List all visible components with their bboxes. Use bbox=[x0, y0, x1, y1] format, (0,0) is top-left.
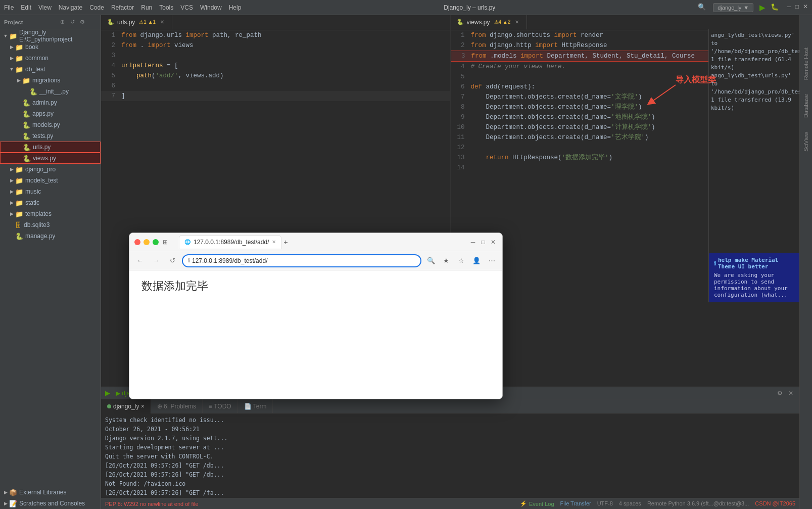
browser-star-icon[interactable]: ★ bbox=[440, 254, 453, 267]
browser-refresh-btn[interactable]: ↺ bbox=[166, 254, 179, 267]
debug-icon[interactable]: 🐛 bbox=[771, 3, 779, 12]
tree-item-tests[interactable]: 🐍 tests.py bbox=[0, 130, 101, 142]
sidebar-collapse-icon[interactable]: — bbox=[88, 18, 97, 26]
views-tab-close[interactable]: ✕ bbox=[513, 19, 520, 26]
browser-win-btns[interactable]: ─ □ ✕ bbox=[469, 238, 497, 246]
tree-item-db_test[interactable]: ▼ 📁 db_test bbox=[0, 64, 101, 75]
tree-item-templates[interactable]: ▶ 📁 templates bbox=[0, 208, 101, 219]
tree-item-manage[interactable]: 🐍 manage.py bbox=[0, 230, 101, 242]
tree-item-migrations[interactable]: ▶ 📁 migrations bbox=[0, 75, 101, 86]
browser-profile-icon[interactable]: 👤 bbox=[470, 254, 483, 267]
menu-run[interactable]: Run bbox=[141, 4, 152, 11]
tree-item-admin[interactable]: 🐍 admin.py bbox=[0, 97, 101, 108]
sidebar-add-icon[interactable]: ⊕ bbox=[58, 18, 66, 26]
close-icon[interactable]: ✕ bbox=[803, 3, 808, 12]
side-panel-tabs[interactable]: Remote Host Database SciView bbox=[799, 15, 812, 509]
menu-vcs[interactable]: VCS bbox=[180, 4, 193, 11]
sidebar-gear-icon[interactable]: ⚙ bbox=[78, 18, 86, 26]
browser-active-tab[interactable]: 🌐 127.0.0.1:8989/db_test/add/ ✕ bbox=[179, 235, 281, 249]
menu-refactor[interactable]: Refactor bbox=[111, 4, 134, 11]
bottom-tab-problems[interactable]: ⊕ 6: Problems bbox=[151, 399, 203, 413]
bottom-tab-run[interactable]: django_ly × bbox=[101, 399, 151, 413]
tree-item-models_test[interactable]: ▶ 📁 models_test bbox=[0, 175, 101, 186]
tab-views[interactable]: 🐍 views.py ⚠4 ▲2 ✕ bbox=[451, 15, 528, 30]
code-line-3: 3 bbox=[101, 51, 450, 61]
sidebar-header-icons[interactable]: ⊕ ↺ ⚙ — bbox=[58, 18, 97, 26]
tree-item-static[interactable]: ▶ 📁 static bbox=[0, 197, 101, 208]
menu-view[interactable]: View bbox=[38, 4, 52, 11]
tree-item-init[interactable]: 🐍 __init__.py bbox=[0, 86, 101, 97]
left-tab-bar[interactable]: 🐍 urls.py ⚠1 ▲1 ✕ bbox=[101, 15, 450, 30]
browser-zoom-icon[interactable]: 🔍 bbox=[424, 254, 438, 267]
urls-tab-close[interactable]: ✕ bbox=[159, 19, 166, 26]
browser-more-icon[interactable]: ⋯ bbox=[485, 254, 498, 267]
browser-back-btn[interactable]: ← bbox=[133, 254, 147, 267]
bottom-tab-bar[interactable]: django_ly × ⊕ 6: Problems ≡ TODO 📄 Term bbox=[101, 399, 799, 413]
urls-file-icon: 🐍 bbox=[23, 144, 31, 151]
bottom-close-icon[interactable]: ✕ bbox=[786, 389, 795, 398]
status-file-transfer[interactable]: File Transfer bbox=[560, 500, 591, 507]
right-tab-bar[interactable]: 🐍 views.py ⚠4 ▲2 ✕ bbox=[451, 15, 800, 30]
tree-item-views[interactable]: 🐍 views.py bbox=[0, 153, 101, 164]
browser-tab-close-btn[interactable]: ✕ bbox=[272, 239, 276, 245]
line-content bbox=[119, 51, 450, 61]
tree-item-common[interactable]: ▶ 📁 common bbox=[0, 53, 101, 64]
menu-file[interactable]: File bbox=[4, 4, 14, 11]
browser-bookmark-icon[interactable]: ☆ bbox=[455, 254, 468, 267]
browser-action-btns[interactable]: 🔍 ★ ☆ 👤 ⋯ bbox=[424, 254, 498, 267]
browser-close-btn[interactable] bbox=[134, 239, 140, 245]
browser-forward-btn[interactable]: → bbox=[150, 254, 163, 267]
search-icon[interactable]: 🔍 bbox=[698, 3, 706, 12]
menu-edit[interactable]: Edit bbox=[21, 4, 31, 11]
tree-item-models[interactable]: 🐍 models.py bbox=[0, 119, 101, 130]
browser-url-text[interactable]: 127.0.0.1:8989/db_test/add/ bbox=[192, 257, 267, 264]
tree-item-ext-libs[interactable]: ▶ 📦 External Libraries bbox=[0, 487, 101, 498]
window-controls[interactable]: 🔍 django_ly ▼ ▶ 🐛 ─ □ ✕ bbox=[698, 3, 808, 12]
bottom-tab-term[interactable]: 📄 Term bbox=[238, 399, 273, 413]
run-config-selector[interactable]: django_ly ▼ bbox=[713, 3, 753, 12]
tree-item-book[interactable]: ▶ 📁 book bbox=[0, 41, 101, 53]
menu-navigate[interactable]: Navigate bbox=[59, 4, 82, 11]
menu-tools[interactable]: Tools bbox=[159, 4, 173, 11]
sidebar-sync-icon[interactable]: ↺ bbox=[68, 18, 76, 26]
bottom-gear-icon[interactable]: ⚙ bbox=[775, 389, 784, 398]
tree-item-apps[interactable]: 🐍 apps.py bbox=[0, 108, 101, 119]
browser-minimize-btn[interactable] bbox=[144, 239, 150, 245]
bottom-tab-todo[interactable]: ≡ TODO bbox=[203, 399, 238, 413]
side-tab-database[interactable]: Database bbox=[802, 92, 810, 120]
menu-window[interactable]: Window bbox=[200, 4, 222, 11]
browser-maximize-btn[interactable] bbox=[153, 239, 159, 245]
browser-window[interactable]: ⊞ 🌐 127.0.0.1:8989/db_test/add/ ✕ + ─ □ … bbox=[129, 233, 503, 399]
remote-log-line: 1 file transferred (13.9 kbit/s) bbox=[711, 96, 797, 112]
browser-win-close[interactable]: ✕ bbox=[489, 238, 497, 246]
browser-new-tab-btn[interactable]: + bbox=[283, 238, 288, 246]
minimize-icon[interactable]: ─ bbox=[787, 3, 791, 12]
line-number: 10 bbox=[451, 122, 469, 132]
maximize-icon[interactable]: □ bbox=[795, 3, 799, 12]
status-event-log[interactable]: ⚡ Event Log bbox=[520, 500, 554, 507]
browser-tab-bar[interactable]: 🌐 127.0.0.1:8989/db_test/add/ ✕ + bbox=[179, 235, 465, 249]
menu-code[interactable]: Code bbox=[89, 4, 104, 11]
browser-win-minimize[interactable]: ─ bbox=[469, 238, 477, 246]
tree-item-sqlite[interactable]: 🗄 db.sqlite3 bbox=[0, 219, 101, 230]
static-arrow: ▶ bbox=[8, 200, 15, 205]
browser-win-restore[interactable]: □ bbox=[479, 238, 487, 246]
browser-nav-bar[interactable]: ← → ↺ ℹ 127.0.0.1:8989/db_test/add/ 🔍 ★ … bbox=[129, 251, 502, 270]
browser-window-controls[interactable] bbox=[134, 239, 159, 245]
tree-root[interactable]: ▼ 📁 Django_ly E:\C_python\project bbox=[0, 30, 101, 41]
line-content bbox=[119, 81, 450, 91]
side-tab-remote[interactable]: Remote Host bbox=[802, 45, 810, 82]
menu-bar[interactable]: File Edit View Navigate Code Refactor Ru… bbox=[4, 4, 241, 11]
run-icon[interactable]: ▶ bbox=[759, 3, 766, 12]
tree-item-django_pro[interactable]: ▶ 📁 django_pro bbox=[0, 164, 101, 175]
tree-item-music[interactable]: ▶ 📁 music bbox=[0, 186, 101, 197]
code-line-5: 5 path('add/', views.add) bbox=[101, 71, 450, 81]
tree-item-scratches[interactable]: ▶ 📝 Scratches and Consoles bbox=[0, 498, 101, 509]
bottom-toolbar-right[interactable]: ⚙ ✕ bbox=[775, 389, 795, 398]
browser-url-bar[interactable]: ℹ 127.0.0.1:8989/db_test/add/ bbox=[182, 254, 421, 267]
tree-item-urls[interactable]: 🐍 urls.py bbox=[0, 142, 101, 153]
tab-urls[interactable]: 🐍 urls.py ⚠1 ▲1 ✕ bbox=[101, 15, 172, 30]
apps-file-icon: 🐍 bbox=[22, 110, 30, 118]
menu-help[interactable]: Help bbox=[229, 4, 242, 11]
side-tab-sciview[interactable]: SciView bbox=[802, 130, 810, 154]
